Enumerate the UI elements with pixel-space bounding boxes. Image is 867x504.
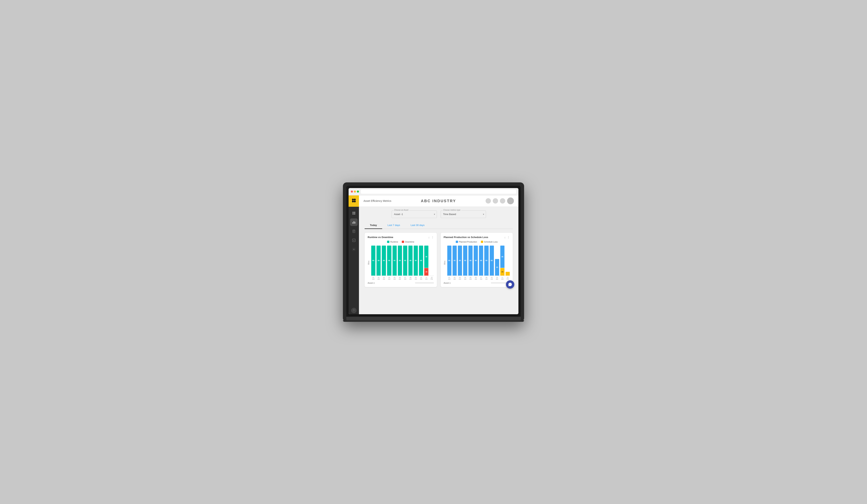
bar-col-9: 60 (414, 245, 418, 276)
svg-point-2 (352, 200, 354, 202)
bar-col-4: 60 (387, 245, 391, 276)
chart-asset-label-1: Asset-1 (368, 282, 375, 284)
pp-x-label-2am: 02 AM (452, 276, 457, 280)
pp-x-label-4am: 04 AM (463, 276, 467, 280)
pp-bar-blue-1: 60 (447, 245, 451, 276)
x-label-3am: 03 AM (382, 276, 386, 280)
bar-green-7: 60 (403, 245, 407, 276)
pp-bar-blue-9: 60 (490, 245, 494, 276)
browser-chrome (349, 188, 518, 195)
planned-production-card: Planned Production vs Schedule Loss ↓ ⋮ (441, 233, 513, 287)
svg-rect-15 (352, 239, 355, 242)
planned-production-chart: Mins 60 (444, 245, 510, 280)
x-label-10am: 10 AM (419, 276, 423, 280)
sidebar-item-reports[interactable] (350, 228, 357, 235)
x-label-6am: 06 AM (398, 276, 402, 280)
pp-bar-blue-3: 60 (458, 245, 462, 276)
chart-footer-1: Asset-1 (368, 282, 434, 284)
laptop-frame: ? Asset Efficiency Metrics ABC INDUSTRY (343, 183, 524, 322)
pp-bar-blue-11: 45 (500, 245, 504, 268)
bar-green-11: 45 (424, 245, 428, 268)
sidebar-item-tasks[interactable] (350, 237, 357, 244)
chart-actions-1: ↓ ⋮ (428, 236, 434, 239)
runtime-downtime-title: Runtime vs Downtime (368, 236, 393, 239)
asset-filter-label: Choose an Asset (394, 209, 409, 211)
bar-col-5: 60 (393, 245, 397, 276)
x-axis-labels-2: 01 AM 02 AM 03 AM 04 AM 05 AM 06 AM 07 A… (447, 276, 510, 280)
header-action-btn-1[interactable] (485, 198, 491, 204)
help-button[interactable]: ? (351, 308, 356, 313)
x-label-11am: 11 AM (424, 276, 428, 280)
browser-window: ? Asset Efficiency Metrics ABC INDUSTRY (349, 188, 518, 314)
charts-grid: Runtime vs Downtime ↓ ⋮ Runt (365, 233, 513, 287)
x-axis-labels-1: 01 AM 02 AM 03 AM 04 AM 05 AM 06 AM 07 A… (371, 276, 434, 280)
pp-bar-col-2: 60 (452, 245, 457, 276)
bar-col-6: 60 (398, 245, 402, 276)
svg-rect-4 (352, 212, 354, 213)
tab-today[interactable]: Today (365, 222, 382, 229)
pp-x-label-1am: 01 AM (447, 276, 451, 280)
bar-col-3: 60 (382, 245, 386, 276)
bar-col-8: 60 (408, 245, 413, 276)
sidebar-item-settings[interactable] (350, 245, 357, 253)
minimize-button[interactable] (354, 190, 356, 193)
pp-bar-col-11: 45 15 (500, 245, 504, 276)
more-icon-1[interactable]: ⋮ (431, 236, 434, 239)
header-action-btn-2[interactable] (493, 198, 498, 204)
pp-bar-col-1: 60 (447, 245, 451, 276)
planned-production-title: Planned Production vs Schedule Loss (444, 236, 488, 239)
bar-chart-area-1: 60 60 60 (371, 245, 434, 280)
bar-green-1: 60 (371, 245, 375, 276)
svg-rect-5 (354, 212, 355, 213)
bar-col-12 (429, 245, 434, 276)
sidebar-logo (349, 195, 359, 207)
sidebar-item-dashboard[interactable] (350, 209, 357, 217)
chart-scrollbar-1[interactable] (415, 283, 434, 283)
metrics-select[interactable]: Time Based (441, 210, 486, 218)
download-icon-1[interactable]: ↓ (428, 236, 430, 239)
legend-downtime-dot (402, 241, 404, 243)
user-avatar[interactable] (507, 197, 514, 204)
close-button[interactable] (351, 190, 353, 193)
address-bar[interactable] (361, 189, 516, 194)
bar-green-2: 60 (376, 245, 381, 276)
tab-last-30-days[interactable]: Last 30 days (405, 222, 430, 229)
pp-bar-yellow-12 (506, 272, 510, 275)
sidebar-item-analytics[interactable] (350, 218, 357, 226)
pp-x-label-12pm: 12 PM (506, 276, 510, 280)
bar-green-4: 60 (387, 245, 391, 276)
company-name: ABC INDUSTRY (421, 199, 456, 203)
x-label-12pm: 12 PM (429, 276, 434, 280)
fab-button[interactable] (506, 280, 514, 288)
pp-x-label-8am: 08 AM (484, 276, 489, 280)
x-label-7am: 07 AM (403, 276, 407, 280)
bar-col-11: 45 15 (424, 245, 428, 276)
runtime-downtime-card: Runtime vs Downtime ↓ ⋮ Runt (365, 233, 437, 287)
bar-green-3: 60 (382, 245, 386, 276)
more-icon-2[interactable]: ⋮ (507, 236, 510, 239)
runtime-downtime-header: Runtime vs Downtime ↓ ⋮ (368, 236, 434, 239)
maximize-button[interactable] (357, 190, 359, 193)
pp-x-label-7am: 07 AM (479, 276, 483, 280)
tab-last-7-days[interactable]: Last 7 days (382, 222, 405, 229)
asset-filter-group: Choose an Asset Asset -1 ▾ (392, 210, 437, 218)
y-axis-label-2: Mins (444, 261, 446, 265)
svg-rect-10 (355, 222, 355, 223)
pp-bar-blue-6: 60 (474, 245, 478, 276)
header-action-btn-3[interactable] (500, 198, 505, 204)
bar-green-9: 60 (414, 245, 418, 276)
asset-select[interactable]: Asset -1 (392, 210, 437, 218)
download-icon-2[interactable]: ↓ (504, 236, 506, 239)
x-label-8am: 08 AM (408, 276, 413, 280)
metrics-filter-label: Choose metrics type (442, 209, 461, 211)
bar-chart-area-2: 60 60 60 (447, 245, 510, 280)
x-label-4am: 04 AM (387, 276, 391, 280)
chart-footer-2: Asset-1 (444, 282, 510, 284)
pp-bar-blue-4: 60 (463, 245, 467, 276)
pp-bar-blue-8: 60 (484, 245, 489, 276)
bar-col-1: 60 (371, 245, 375, 276)
sidebar: ? (349, 195, 359, 314)
header-center: ABC INDUSTRY (392, 199, 485, 203)
svg-point-16 (353, 249, 354, 250)
help-icon: ? (353, 309, 354, 312)
